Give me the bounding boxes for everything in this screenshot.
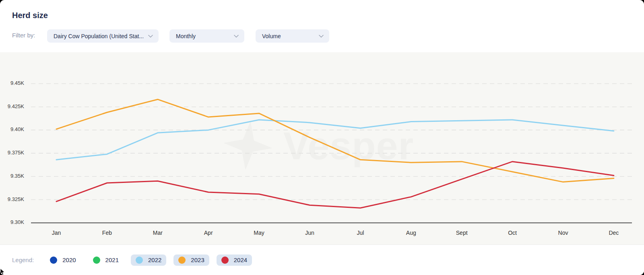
frequency-dropdown[interactable]: Monthly: [169, 29, 244, 43]
filter-by-label: Filter by:: [12, 32, 38, 39]
legend-label: Legend:: [12, 257, 34, 263]
line-chart-canvas: [0, 52, 644, 244]
chevron-down-icon: [148, 35, 153, 38]
legend-bar: Legend: 20202021202220232024: [0, 244, 644, 275]
chart-area: Vesper 9.45K9.425K9.40K9.375K9.35K9.325K…: [0, 52, 644, 244]
legend-dot-icon: [50, 257, 57, 264]
legend-item-2023[interactable]: 2023: [173, 254, 209, 266]
product-dropdown-value: Dairy Cow Population (United Stat...: [54, 33, 144, 39]
legend-year-label: 2023: [191, 257, 204, 263]
chevron-down-icon: [234, 35, 239, 38]
herd-size-card: Herd size Filter by: Dairy Cow Populatio…: [0, 0, 644, 275]
legend-item-2024[interactable]: 2024: [217, 254, 252, 266]
legend-dot-icon: [178, 257, 186, 264]
legend-items: 20202021202220232024: [45, 254, 252, 266]
legend-year-label: 2021: [105, 257, 119, 263]
legend-dot-icon: [221, 257, 229, 264]
legend-item-2021[interactable]: 2021: [88, 254, 124, 266]
legend-item-2022[interactable]: 2022: [131, 254, 166, 266]
legend-year-label: 2020: [62, 257, 76, 263]
legend-dot-icon: [93, 257, 100, 264]
metric-dropdown-value: Volume: [262, 33, 315, 39]
legend-item-2020[interactable]: 2020: [45, 254, 80, 266]
legend-year-label: 2022: [148, 257, 161, 263]
chevron-down-icon: [319, 35, 324, 38]
legend-dot-icon: [136, 257, 143, 264]
page-title: Herd size: [12, 11, 48, 20]
product-dropdown[interactable]: Dairy Cow Population (United Stat...: [47, 29, 159, 43]
legend-year-label: 2024: [234, 257, 247, 263]
frequency-dropdown-value: Monthly: [176, 33, 230, 39]
metric-dropdown[interactable]: Volume: [256, 29, 329, 43]
